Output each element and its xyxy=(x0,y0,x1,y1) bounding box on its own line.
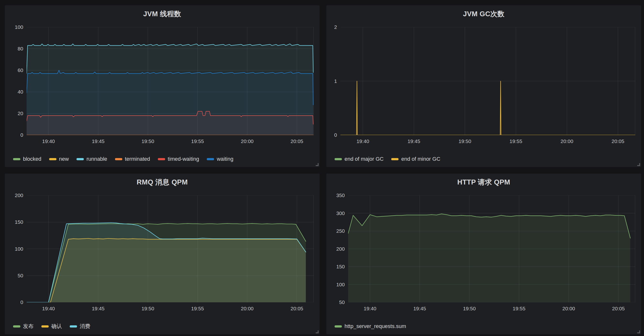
legend-swatch-icon xyxy=(70,325,77,327)
panel-title-rmq-message-qpm[interactable]: RMQ 消息 QPM xyxy=(5,178,320,187)
x-axis-tick-label: 19:55 xyxy=(507,306,531,311)
legend-item-http_server_requests.sum[interactable]: http_server_requests.sum xyxy=(334,323,406,329)
panel-jvm-gc-count: JVM GC次数 01219:4019:4519:5019:5520:0020:… xyxy=(326,5,641,167)
x-axis-tick-label: 19:50 xyxy=(136,138,160,144)
x-axis-tick-label: 19:45 xyxy=(402,138,426,144)
panel-resize-handle-icon[interactable] xyxy=(636,330,640,333)
y-axis-tick-label: 150 xyxy=(9,219,23,225)
chart-jvm-thread-count[interactable]: 02040608010019:4019:4519:5019:5520:0020:… xyxy=(9,20,314,145)
panel-title-http-request-qpm[interactable]: HTTP 请求 QPM xyxy=(326,178,641,187)
legend-label: waiting xyxy=(217,156,233,162)
x-axis-tick-label: 20:00 xyxy=(556,306,581,311)
y-axis-tick-label: 50 xyxy=(330,299,345,305)
legend-swatch-icon xyxy=(207,158,214,160)
legend-item-runnable[interactable]: runnable xyxy=(76,156,107,162)
y-axis-tick-label: 300 xyxy=(330,210,345,216)
series-line-end of minor GC xyxy=(340,81,635,135)
legend-label: terminated xyxy=(125,156,150,162)
panel-jvm-thread-count: JVM 线程数 02040608010019:4019:4519:5019:55… xyxy=(5,5,320,167)
x-axis-tick-label: 19:45 xyxy=(86,138,110,144)
legend-swatch-icon xyxy=(13,325,20,327)
legend-swatch-icon xyxy=(76,158,84,160)
y-axis-tick-label: 0 xyxy=(330,132,337,138)
x-axis-tick-label: 19:40 xyxy=(36,306,60,311)
legend-label: new xyxy=(59,156,69,162)
legend-swatch-icon xyxy=(49,158,56,160)
y-axis-tick-label: 40 xyxy=(9,89,23,95)
y-axis-tick-label: 150 xyxy=(330,264,345,270)
x-axis-tick-label: 19:40 xyxy=(358,306,382,311)
x-axis-tick-label: 19:45 xyxy=(86,306,110,311)
x-axis-tick-label: 19:55 xyxy=(504,138,528,144)
plot-area[interactable] xyxy=(348,195,635,302)
y-axis-tick-label: 350 xyxy=(330,193,345,198)
series-area-waiting xyxy=(27,70,313,135)
panel-resize-handle-icon[interactable] xyxy=(315,330,318,333)
legend-item-发布[interactable]: 发布 xyxy=(13,323,34,329)
y-axis-tick-label: 100 xyxy=(9,246,23,252)
legend-rmq-message-qpm: 发布确认消费 xyxy=(13,323,90,329)
legend-item-end of major GC[interactable]: end of major GC xyxy=(334,156,384,162)
y-axis-tick-label: 100 xyxy=(9,24,23,30)
plot-area[interactable] xyxy=(27,27,314,135)
x-axis-tick-label: 19:40 xyxy=(351,138,375,144)
legend-swatch-icon xyxy=(42,325,49,327)
plot-area[interactable] xyxy=(27,195,314,302)
legend-swatch-icon xyxy=(391,158,398,160)
legend-item-new[interactable]: new xyxy=(49,156,69,162)
chart-jvm-gc-count[interactable]: 01219:4019:4519:5019:5520:0020:05 xyxy=(330,20,635,145)
x-axis-tick-label: 20:05 xyxy=(285,306,309,311)
y-axis-tick-label: 0 xyxy=(9,299,23,305)
legend-label: 确认 xyxy=(51,323,62,329)
series-area-end of minor GC xyxy=(340,81,635,135)
legend-swatch-icon xyxy=(334,158,342,160)
y-axis-tick-label: 20 xyxy=(9,111,23,116)
panel-resize-handle-icon[interactable] xyxy=(636,162,640,166)
panel-rmq-message-qpm: RMQ 消息 QPM 05010015020019:4019:4519:5019… xyxy=(5,174,320,334)
x-axis-tick-label: 19:55 xyxy=(186,138,210,144)
panel-resize-handle-icon[interactable] xyxy=(315,162,318,166)
y-axis-tick-label: 80 xyxy=(9,46,23,52)
panel-title-jvm-gc-count[interactable]: JVM GC次数 xyxy=(326,9,641,19)
legend-label: end of major GC xyxy=(344,156,384,162)
legend-item-waiting[interactable]: waiting xyxy=(207,156,233,162)
y-axis-tick-label: 50 xyxy=(9,273,23,279)
chart-http-request-qpm[interactable]: 5010015020025030035019:4019:4519:5019:55… xyxy=(330,189,635,312)
legend-item-terminated[interactable]: terminated xyxy=(115,156,150,162)
legend-label: 消费 xyxy=(80,323,90,329)
y-axis-tick-label: 1 xyxy=(330,78,337,84)
panel-title-jvm-thread-count[interactable]: JVM 线程数 xyxy=(5,9,320,19)
chart-rmq-message-qpm[interactable]: 05010015020019:4019:4519:5019:5520:0020:… xyxy=(9,189,314,312)
legend-swatch-icon xyxy=(115,158,122,160)
legend-label: runnable xyxy=(86,156,107,162)
legend-item-消费[interactable]: 消费 xyxy=(70,323,90,329)
y-axis-tick-label: 200 xyxy=(9,193,23,198)
legend-label: blocked xyxy=(23,156,42,162)
y-axis-tick-label: 2 xyxy=(330,24,337,30)
legend-item-timed-waiting[interactable]: timed-waiting xyxy=(158,156,199,162)
x-axis-tick-label: 19:45 xyxy=(408,306,432,311)
legend-http-request-qpm: http_server_requests.sum xyxy=(334,323,406,329)
plot-area[interactable] xyxy=(340,27,635,135)
x-axis-tick-label: 19:50 xyxy=(457,306,482,311)
x-axis-tick-label: 20:05 xyxy=(606,138,630,144)
legend-swatch-icon xyxy=(334,325,342,327)
y-axis-tick-label: 200 xyxy=(330,246,345,252)
y-axis-tick-label: 60 xyxy=(9,67,23,73)
legend-swatch-icon xyxy=(158,158,165,160)
y-axis-tick-label: 0 xyxy=(9,132,23,138)
x-axis-tick-label: 19:40 xyxy=(36,138,60,144)
x-axis-tick-label: 20:00 xyxy=(555,138,579,144)
legend-item-end of minor GC[interactable]: end of minor GC xyxy=(391,156,440,162)
x-axis-tick-label: 19:55 xyxy=(186,306,210,311)
legend-item-blocked[interactable]: blocked xyxy=(13,156,42,162)
series-area-http_server_requests.sum xyxy=(348,214,630,302)
legend-jvm-thread-count: blockednewrunnableterminatedtimed-waitin… xyxy=(13,156,234,162)
y-axis-tick-label: 250 xyxy=(330,228,345,234)
legend-label: 发布 xyxy=(23,323,34,329)
x-axis-tick-label: 19:50 xyxy=(453,138,477,144)
legend-item-确认[interactable]: 确认 xyxy=(42,323,62,329)
legend-label: http_server_requests.sum xyxy=(344,323,406,329)
legend-label: timed-waiting xyxy=(168,156,199,162)
x-axis-tick-label: 19:50 xyxy=(136,306,160,311)
